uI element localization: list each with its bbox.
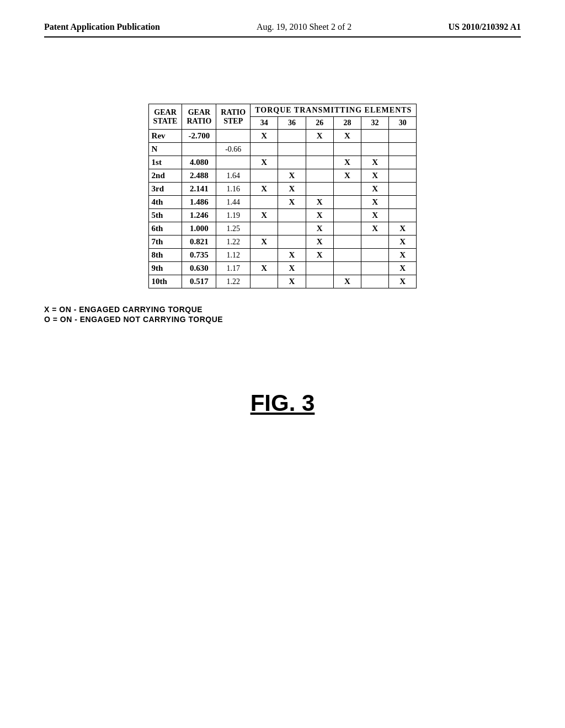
row-1st-elem-26 (306, 156, 333, 169)
row-4th-elem-34 (250, 196, 278, 209)
row-1st-ratio: 4.080 (182, 156, 216, 169)
row-Rev-step (216, 130, 250, 143)
row-3rd-step: 1.16 (216, 183, 250, 196)
row-4th-elem-26: X (306, 196, 333, 209)
col-36-header: 36 (278, 117, 306, 130)
table-row: 10th0.5171.22XXX (148, 275, 417, 288)
col-gear-ratio-header: GEARRATIO (182, 104, 216, 130)
row-2nd-elem-32: X (361, 169, 388, 183)
col-30-header: 30 (389, 117, 417, 130)
row-4th-elem-30 (389, 196, 417, 209)
row-8th-state: 8th (148, 249, 182, 262)
row-7th-elem-28 (333, 235, 361, 249)
row-5th-elem-34: X (250, 209, 278, 222)
row-Rev-ratio: -2.700 (182, 130, 216, 143)
row-7th-elem-34: X (250, 235, 278, 249)
row-10th-ratio: 0.517 (182, 275, 216, 288)
row-1st-state: 1st (148, 156, 182, 169)
row-2nd-ratio: 2.488 (182, 169, 216, 183)
row-9th-elem-34: X (250, 262, 278, 275)
row-N-state: N (148, 143, 182, 156)
table-row: 2nd2.4881.64XXX (148, 169, 417, 183)
row-6th-elem-26: X (306, 222, 333, 235)
row-N-elem-36 (278, 143, 306, 156)
col-gear-state-header: GEARSTATE (148, 104, 182, 130)
row-10th-elem-36: X (278, 275, 306, 288)
row-4th-state: 4th (148, 196, 182, 209)
row-8th-elem-36: X (278, 249, 306, 262)
row-N-elem-30 (389, 143, 417, 156)
col-34-header: 34 (250, 117, 278, 130)
col-ratio-step-header: RATIOSTEP (216, 104, 250, 130)
col-28-header: 28 (333, 117, 361, 130)
row-7th-elem-32 (361, 235, 388, 249)
row-10th-step: 1.22 (216, 275, 250, 288)
row-3rd-elem-32: X (361, 183, 388, 196)
row-7th-step: 1.22 (216, 235, 250, 249)
row-4th-ratio: 1.486 (182, 196, 216, 209)
row-Rev-elem-26: X (306, 130, 333, 143)
row-10th-elem-30: X (389, 275, 417, 288)
table-row: 1st4.080XXX (148, 156, 417, 169)
publication-number: US 2010/210392 A1 (448, 22, 521, 32)
row-10th-state: 10th (148, 275, 182, 288)
row-1st-elem-36 (278, 156, 306, 169)
row-5th-ratio: 1.246 (182, 209, 216, 222)
row-N-elem-28 (333, 143, 361, 156)
row-8th-elem-34 (250, 249, 278, 262)
row-6th-step: 1.25 (216, 222, 250, 235)
page: Patent Application Publication Aug. 19, … (0, 0, 565, 728)
table-row: 7th0.8211.22XXX (148, 235, 417, 249)
row-N-ratio (182, 143, 216, 156)
row-6th-ratio: 1.000 (182, 222, 216, 235)
row-9th-elem-28 (333, 262, 361, 275)
row-3rd-elem-36: X (278, 183, 306, 196)
row-5th-elem-32: X (361, 209, 388, 222)
row-8th-elem-32 (361, 249, 388, 262)
row-4th-elem-28 (333, 196, 361, 209)
table-row: 3rd2.1411.16XXX (148, 183, 417, 196)
row-5th-step: 1.19 (216, 209, 250, 222)
table-row: 6th1.0001.25XXX (148, 222, 417, 235)
row-Rev-elem-36 (278, 130, 306, 143)
row-Rev-elem-32 (361, 130, 388, 143)
row-6th-elem-32: X (361, 222, 388, 235)
row-6th-elem-28 (333, 222, 361, 235)
row-2nd-elem-30 (389, 169, 417, 183)
page-header: Patent Application Publication Aug. 19, … (44, 22, 521, 38)
publication-title: Patent Application Publication (44, 22, 160, 32)
row-2nd-elem-34 (250, 169, 278, 183)
figure-label: FIG. 3 (44, 390, 521, 416)
row-1st-elem-34: X (250, 156, 278, 169)
table-row: Rev-2.700XXX (148, 130, 417, 143)
publication-date-sheet: Aug. 19, 2010 Sheet 2 of 2 (257, 22, 351, 32)
row-8th-elem-28 (333, 249, 361, 262)
row-2nd-step: 1.64 (216, 169, 250, 183)
row-1st-elem-30 (389, 156, 417, 169)
row-N-elem-34 (250, 143, 278, 156)
gear-table: GEARSTATE GEARRATIO RATIOSTEP TORQUE TRA… (148, 104, 417, 288)
row-8th-elem-26: X (306, 249, 333, 262)
row-3rd-ratio: 2.141 (182, 183, 216, 196)
row-8th-step: 1.12 (216, 249, 250, 262)
row-Rev-state: Rev (148, 130, 182, 143)
row-3rd-elem-34: X (250, 183, 278, 196)
table-row: N-0.66 (148, 143, 417, 156)
row-5th-elem-28 (333, 209, 361, 222)
table-row: 8th0.7351.12XXX (148, 249, 417, 262)
row-6th-state: 6th (148, 222, 182, 235)
legend-line1: X = ON - ENGAGED CARRYING TORQUE (44, 305, 521, 314)
row-3rd-elem-28 (333, 183, 361, 196)
row-Rev-elem-34: X (250, 130, 278, 143)
row-9th-elem-36: X (278, 262, 306, 275)
row-6th-elem-36 (278, 222, 306, 235)
row-5th-elem-36 (278, 209, 306, 222)
row-5th-elem-30 (389, 209, 417, 222)
row-3rd-elem-30 (389, 183, 417, 196)
row-8th-elem-30: X (389, 249, 417, 262)
row-6th-elem-34 (250, 222, 278, 235)
row-10th-elem-28: X (333, 275, 361, 288)
row-3rd-elem-26 (306, 183, 333, 196)
torque-elements-header: TORQUE TRANSMITTING ELEMENTS (250, 104, 417, 117)
col-32-header: 32 (361, 117, 388, 130)
